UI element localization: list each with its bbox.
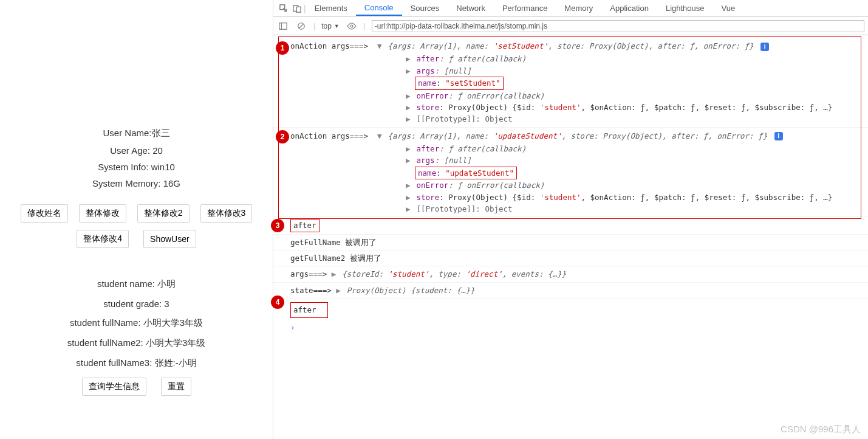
tab-application[interactable]: Application bbox=[601, 1, 657, 15]
sidebar-toggle-icon[interactable] bbox=[277, 20, 289, 32]
system-info-text: System Info: win10 bbox=[0, 162, 273, 172]
log-prototype[interactable]: ▶ [[Prototype]]: Object bbox=[273, 203, 868, 217]
chevron-down-icon: ▼ bbox=[334, 23, 340, 29]
button-row-2: 整体修改4 ShowUser bbox=[0, 230, 273, 248]
log-prefix: onAction args===> bbox=[290, 41, 368, 50]
button-row-3: 查询学生信息 重置 bbox=[0, 378, 273, 396]
student-fullname2-text: student fullName2: 小明大学3年级 bbox=[0, 337, 273, 349]
console-log-row[interactable]: getFullName2 被调用了 bbox=[273, 251, 868, 266]
info-icon[interactable]: i bbox=[760, 43, 769, 51]
tab-vue[interactable]: Vue bbox=[713, 1, 744, 15]
modify-name-button[interactable]: 修改姓名 bbox=[21, 204, 68, 223]
annotation-badge-1: 1 bbox=[276, 41, 289, 55]
query-student-button[interactable]: 查询学生信息 bbox=[82, 378, 146, 396]
log-property[interactable]: ▶ onError: ƒ onError(callback) bbox=[273, 179, 868, 191]
student-fullname3-text: student fullName3: 张姓:-小明 bbox=[0, 358, 273, 369]
console-log-row[interactable]: after bbox=[273, 217, 868, 234]
context-selector[interactable]: top ▼ bbox=[321, 22, 340, 30]
show-user-button[interactable]: ShowUser bbox=[143, 230, 196, 248]
info-icon[interactable]: i bbox=[774, 132, 783, 140]
filter-input[interactable] bbox=[372, 20, 864, 32]
modify-all-2-button[interactable]: 整体修改2 bbox=[137, 204, 190, 223]
student-grade-text: student grade: 3 bbox=[0, 299, 273, 309]
expand-toggle-icon[interactable]: ▼ bbox=[377, 130, 383, 142]
svg-line-6 bbox=[299, 24, 304, 28]
devtools-tab-bar: | Elements Console Sources Network Perfo… bbox=[273, 0, 868, 17]
annotation-badge-3: 3 bbox=[271, 219, 284, 232]
button-row-1: 修改姓名 整体修改 整体修改2 整体修改3 bbox=[0, 204, 273, 223]
console-log-row[interactable]: getFullName 被调用了 bbox=[273, 235, 868, 251]
log-property[interactable]: ▶ store: Proxy(Object) {$id: 'student', … bbox=[273, 192, 868, 203]
clear-console-icon[interactable] bbox=[295, 20, 307, 32]
log-prefix: onAction args===> bbox=[290, 131, 368, 140]
student-section: student name: 小明 student grade: 3 studen… bbox=[0, 278, 273, 396]
console-log-row[interactable]: after bbox=[273, 299, 868, 319]
tab-performance[interactable]: Performance bbox=[494, 1, 556, 15]
watermark-text: CSDN @996工具人 bbox=[781, 424, 861, 435]
tab-memory[interactable]: Memory bbox=[556, 1, 601, 15]
devtools-panel: | Elements Console Sources Network Perfo… bbox=[273, 0, 868, 439]
system-memory-text: System Memory: 16G bbox=[0, 178, 273, 188]
console-prompt[interactable]: › bbox=[273, 320, 868, 335]
console-toolbar: | top ▼ | bbox=[273, 17, 868, 35]
user-age-text: User Age: 20 bbox=[0, 145, 273, 156]
svg-rect-3 bbox=[279, 22, 287, 29]
tab-network[interactable]: Network bbox=[448, 1, 494, 15]
app-panel: User Name:张三 User Age: 20 System Info: w… bbox=[0, 0, 273, 439]
student-name-text: student name: 小明 bbox=[0, 278, 273, 290]
modify-all-button[interactable]: 整体修改 bbox=[79, 204, 126, 223]
log-prototype[interactable]: ▶ [[Prototype]]: Object bbox=[273, 113, 868, 127]
reset-button[interactable]: 重置 bbox=[161, 378, 191, 396]
user-name-text: User Name:张三 bbox=[0, 128, 273, 139]
student-fullname-text: student fullName: 小明大学3年级 bbox=[0, 317, 273, 329]
log-property[interactable]: ▶ onError: ƒ onError(callback) bbox=[273, 90, 868, 102]
tab-lighthouse[interactable]: Lighthouse bbox=[657, 1, 713, 15]
log-property[interactable]: ▶ store: Proxy(Object) {$id: 'student', … bbox=[273, 102, 868, 113]
tab-elements[interactable]: Elements bbox=[306, 1, 356, 15]
log-property[interactable]: ▶ after: ƒ after(callback) bbox=[273, 143, 868, 154]
log-property[interactable]: ▶ args: [null] bbox=[273, 154, 868, 166]
modify-all-3-button[interactable]: 整体修改3 bbox=[200, 204, 253, 223]
console-log-row[interactable]: onAction args===> ▼ {args: Array(1), nam… bbox=[273, 129, 868, 143]
console-log-row[interactable]: args===> ▶ {storeId: 'student', type: 'd… bbox=[273, 266, 868, 282]
tab-sources[interactable]: Sources bbox=[402, 1, 448, 15]
console-log-row[interactable]: state===> ▶ Proxy(Object) {student: {…}} bbox=[273, 283, 868, 299]
context-label: top bbox=[321, 22, 332, 30]
svg-point-7 bbox=[350, 25, 353, 27]
console-body: 1 2 onAction args===> ▼ {args: Array(1),… bbox=[273, 35, 868, 339]
tab-console[interactable]: Console bbox=[356, 1, 402, 16]
log-property-name[interactable]: name: "setStudent" bbox=[273, 77, 868, 89]
log-property-name[interactable]: name: "updateStudent" bbox=[273, 167, 868, 179]
device-toggle-icon[interactable] bbox=[290, 2, 304, 15]
log-property[interactable]: ▶ after: ƒ after(callback) bbox=[273, 53, 868, 64]
annotation-badge-2: 2 bbox=[276, 130, 289, 143]
eye-icon[interactable] bbox=[346, 20, 358, 32]
log-property[interactable]: ▶ args: [null] bbox=[273, 65, 868, 77]
console-log-row[interactable]: onAction args===> ▼ {args: Array(1), nam… bbox=[273, 39, 868, 53]
modify-all-4-button[interactable]: 整体修改4 bbox=[77, 230, 129, 248]
annotation-badge-4: 4 bbox=[271, 296, 284, 309]
expand-toggle-icon[interactable]: ▼ bbox=[377, 40, 383, 52]
svg-rect-2 bbox=[296, 7, 301, 12]
inspect-icon[interactable] bbox=[277, 2, 290, 15]
